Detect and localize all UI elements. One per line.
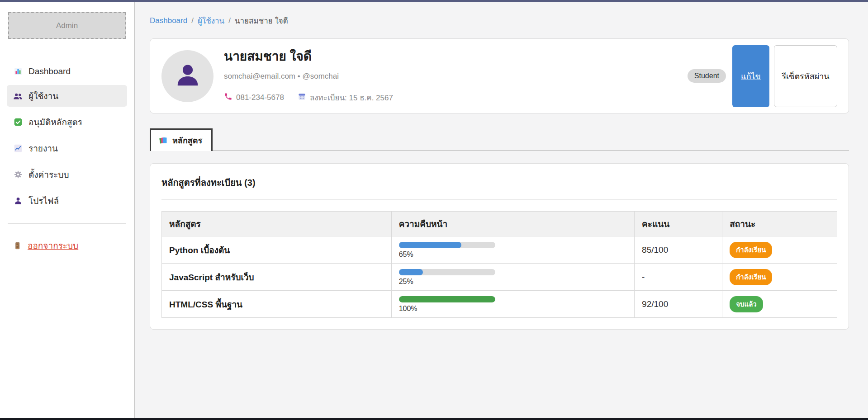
app-window: Admin Dashboardผู้ใช้งานอนุมัติหลักสูตรร… xyxy=(0,2,868,418)
main-content: Dashboard/ผู้ใช้งาน/นายสมชาย ใจดี นายสมช… xyxy=(135,2,868,418)
score-cell: - xyxy=(635,264,722,291)
sidebar-item-label: อนุมัติหลักสูตร xyxy=(28,115,82,129)
books-icon xyxy=(159,136,168,145)
score-cell: 85/100 xyxy=(635,236,722,264)
avatar xyxy=(161,50,213,102)
status-cell: จบแล้ว xyxy=(722,291,837,318)
sidebar-divider xyxy=(8,223,126,224)
sidebar-item-users[interactable]: ผู้ใช้งาน xyxy=(7,85,127,107)
table-row: Python เบื้องต้น65%85/100กำลังเรียน xyxy=(162,236,837,264)
progress-cell: 65% xyxy=(391,236,634,264)
courses-table: หลักสูตรความคืบหน้าคะแนนสถานะ Python เบื… xyxy=(161,211,837,318)
breadcrumb-link-1[interactable]: ผู้ใช้งาน xyxy=(198,14,224,27)
table-row: HTML/CSS พื้นฐาน100%92/100จบแล้ว xyxy=(162,291,837,318)
calendar-icon xyxy=(298,92,306,103)
sidebar-item-label: โปรไฟล์ xyxy=(28,194,59,208)
courses-card: หลักสูตรที่ลงทะเบียน (3) หลักสูตรความคืบ… xyxy=(150,163,849,330)
logout-link[interactable]: ออกจากระบบ xyxy=(7,235,127,256)
tab-courses-label: หลักสูตร xyxy=(172,134,202,147)
tab-courses[interactable]: หลักสูตร xyxy=(150,128,213,151)
sidebar-item-label: ตั้งค่าระบบ xyxy=(28,168,69,181)
profile-meta: 081-234-5678 ลงทะเบียน: 15 ธ.ค. 2567 xyxy=(224,91,688,104)
sidebar-item-dashboard[interactable]: Dashboard xyxy=(7,62,127,80)
course-name: JavaScript สำหรับเว็บ xyxy=(169,273,254,282)
sidebar-item-label: Dashboard xyxy=(28,66,71,76)
admin-logo-label: Admin xyxy=(56,21,78,30)
profile-card: นายสมชาย ใจดี somchai@email.com • @somch… xyxy=(150,38,849,113)
sidebar-item-profile[interactable]: โปรไฟล์ xyxy=(7,190,127,212)
sidebar-item-reports[interactable]: รายงาน xyxy=(7,137,127,159)
users-icon xyxy=(13,91,23,101)
breadcrumb-link-0[interactable]: Dashboard xyxy=(150,16,187,25)
card-divider xyxy=(161,199,837,200)
progress-bar xyxy=(399,296,495,302)
status-badge: จบแล้ว xyxy=(730,296,763,312)
progress-cell: 100% xyxy=(391,291,634,318)
profile-name: นายสมชาย ใจดี xyxy=(224,50,688,63)
profile-email: somchai@email.com • @somchai xyxy=(224,72,688,81)
registered-meta: ลงทะเบียน: 15 ธ.ค. 2567 xyxy=(298,91,393,104)
sidebar: Admin Dashboardผู้ใช้งานอนุมัติหลักสูตรร… xyxy=(0,2,135,418)
column-header-0: หลักสูตร xyxy=(162,212,392,236)
sidebar-item-settings[interactable]: ตั้งค่าระบบ xyxy=(7,164,127,185)
status-cell: กำลังเรียน xyxy=(722,236,837,264)
tab-bar: หลักสูตร xyxy=(150,128,849,151)
status-badge: กำลังเรียน xyxy=(730,242,772,258)
profile-actions: Student แก้ไข รีเซ็ตรหัสผ่าน xyxy=(688,45,837,107)
sidebar-item-approve-courses[interactable]: อนุมัติหลักสูตร xyxy=(7,111,127,133)
role-badge: Student xyxy=(688,69,726,83)
phone-icon xyxy=(224,92,232,103)
progress-label: 65% xyxy=(399,250,627,259)
edit-button[interactable]: แก้ไข xyxy=(732,45,769,107)
check-icon xyxy=(13,118,23,127)
chart-up-icon xyxy=(13,144,23,153)
person-icon xyxy=(13,196,23,206)
sidebar-item-label: รายงาน xyxy=(28,142,58,155)
column-header-2: คะแนน xyxy=(635,212,722,236)
gear-icon xyxy=(13,170,23,179)
person-silhouette-icon xyxy=(174,61,202,91)
courses-table-body: Python เบื้องต้น65%85/100กำลังเรียนJavaS… xyxy=(162,236,837,318)
breadcrumb-separator: / xyxy=(228,16,231,25)
header-row: หลักสูตรความคืบหน้าคะแนนสถานะ xyxy=(162,212,837,236)
courses-card-title: หลักสูตรที่ลงทะเบียน (3) xyxy=(161,175,837,190)
breadcrumb: Dashboard/ผู้ใช้งาน/นายสมชาย ใจดี xyxy=(150,14,849,27)
progress-bar xyxy=(399,242,495,248)
bottom-window-edge xyxy=(0,418,868,420)
course-cell: Python เบื้องต้น xyxy=(162,236,392,264)
status-badge: กำลังเรียน xyxy=(730,269,772,285)
sidebar-item-label: ผู้ใช้งาน xyxy=(28,89,58,103)
progress-label: 100% xyxy=(399,305,627,313)
course-cell: JavaScript สำหรับเว็บ xyxy=(162,264,392,291)
bar-chart-icon xyxy=(13,67,23,76)
registered-date: ลงทะเบียน: 15 ธ.ค. 2567 xyxy=(310,91,393,104)
breadcrumb-current: นายสมชาย ใจดี xyxy=(235,14,288,27)
progress-cell: 25% xyxy=(391,264,634,291)
breadcrumb-separator: / xyxy=(191,16,194,25)
course-name: Python เบื้องต้น xyxy=(169,245,230,255)
door-icon xyxy=(13,241,23,250)
reset-password-button[interactable]: รีเซ็ตรหัสผ่าน xyxy=(774,45,837,107)
logout-label: ออกจากระบบ xyxy=(28,239,78,252)
progress-label: 25% xyxy=(399,278,627,286)
column-header-1: ความคืบหน้า xyxy=(391,212,634,236)
column-header-3: สถานะ xyxy=(722,212,837,236)
score-cell: 92/100 xyxy=(635,291,722,318)
phone-number: 081-234-5678 xyxy=(236,93,284,102)
course-name: HTML/CSS พื้นฐาน xyxy=(169,300,242,309)
table-row: JavaScript สำหรับเว็บ25%-กำลังเรียน xyxy=(162,264,837,291)
phone-meta: 081-234-5678 xyxy=(224,92,284,103)
course-cell: HTML/CSS พื้นฐาน xyxy=(162,291,392,318)
courses-table-head: หลักสูตรความคืบหน้าคะแนนสถานะ xyxy=(162,212,837,236)
progress-bar xyxy=(399,269,495,275)
sidebar-nav: Dashboardผู้ใช้งานอนุมัติหลักสูตรรายงานต… xyxy=(7,62,127,212)
profile-info: นายสมชาย ใจดี somchai@email.com • @somch… xyxy=(224,48,688,104)
admin-logo-box: Admin xyxy=(8,12,126,39)
status-cell: กำลังเรียน xyxy=(722,264,837,291)
